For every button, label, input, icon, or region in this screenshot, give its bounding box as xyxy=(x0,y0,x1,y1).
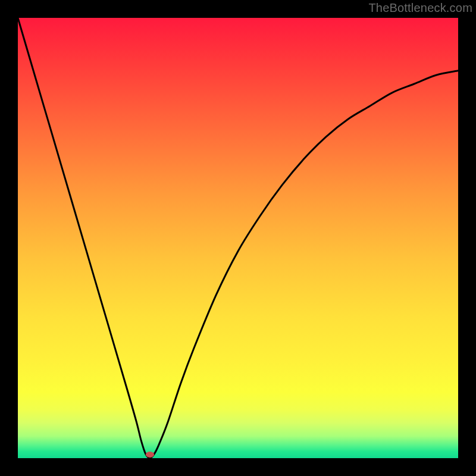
watermark-text: TheBottleneck.com xyxy=(368,1,472,15)
chart-frame: TheBottleneck.com xyxy=(0,0,476,476)
plot-area xyxy=(18,18,458,458)
curve-svg xyxy=(18,18,458,458)
bottleneck-curve xyxy=(18,18,458,458)
optimum-marker xyxy=(146,452,154,458)
